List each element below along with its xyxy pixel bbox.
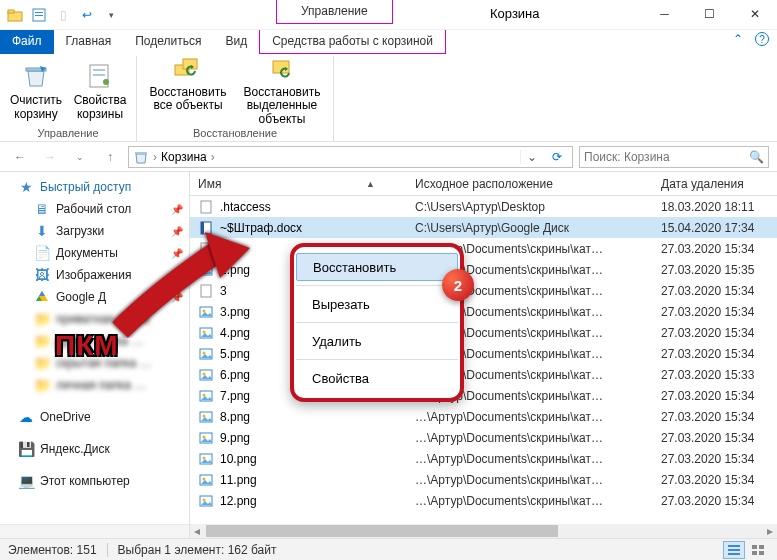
col-location[interactable]: Исходное расположение (415, 177, 655, 191)
file-tab[interactable]: Файл (0, 30, 54, 54)
file-name: 11.png (220, 473, 257, 487)
file-type-icon (198, 451, 214, 467)
file-name: .htaccess (220, 200, 271, 214)
close-button[interactable]: ✕ (732, 0, 777, 28)
address-location[interactable]: Корзина (161, 150, 207, 164)
file-date: 27.03.2020 15:34 (655, 494, 777, 508)
address-history-dropdown[interactable]: ⌄ (520, 150, 542, 164)
maximize-button[interactable]: ☐ (687, 0, 732, 28)
pin-icon: 📌 (171, 292, 183, 303)
svg-rect-4 (35, 15, 43, 16)
col-deleted[interactable]: Дата удаления (655, 177, 777, 191)
recent-dropdown[interactable]: ⌄ (68, 145, 92, 169)
file-type-icon (198, 388, 214, 404)
nav-desktop[interactable]: 🖥Рабочий стол📌 (0, 198, 189, 220)
file-location: C:\Users\Артур\Desktop (415, 200, 655, 214)
restore-selected-button[interactable]: Восстановить выделенные объекты (237, 52, 327, 127)
col-name[interactable]: Имя (198, 177, 221, 191)
minimize-button[interactable]: ─ (642, 0, 687, 28)
file-row[interactable]: 11.png…\Артур\Documents\скрины\кат…27.03… (190, 469, 777, 490)
nav-gdrive[interactable]: Google Д📌 (0, 286, 189, 308)
bin-properties-button[interactable]: Свойства корзины (70, 60, 130, 122)
nav-blurred-item[interactable]: 📁приватная папка (0, 308, 189, 330)
address-sep: › (153, 150, 157, 164)
address-bar[interactable]: › Корзина › ⌄ ⟳ (128, 146, 573, 168)
nav-blurred-item[interactable]: 📁личная папка … (0, 374, 189, 396)
quick-access[interactable]: ★Быстрый доступ (0, 176, 189, 198)
file-row[interactable]: 7.png…\Артур\Documents\скрины\кат…27.03.… (190, 385, 777, 406)
svg-rect-45 (728, 545, 740, 547)
annotation-pkm-label: ПКМ (55, 330, 119, 362)
file-row[interactable]: 9.png…\Артур\Documents\скрины\кат…27.03.… (190, 427, 777, 448)
svg-rect-46 (728, 549, 740, 551)
horizontal-scrollbar[interactable]: ◂ ▸ (190, 524, 777, 538)
scrollbar-thumb[interactable] (206, 525, 558, 537)
back-button[interactable]: ← (8, 145, 32, 169)
ctx-restore[interactable]: Восстановить (296, 253, 458, 281)
file-row[interactable]: 3…\Артур\Documents\скрины\кат…27.03.2020… (190, 280, 777, 301)
gdrive-icon (34, 289, 50, 305)
qat-properties-icon[interactable] (28, 4, 50, 26)
ctx-delete[interactable]: Удалить (294, 327, 460, 355)
nav-onedrive[interactable]: ☁OneDrive (0, 406, 189, 428)
search-icon: 🔍 (749, 150, 764, 164)
nav-thispc[interactable]: 💻Этот компьютер (0, 470, 189, 492)
file-row[interactable]: 6.png…\Артур\Documents\скрины\кат…27.03.… (190, 364, 777, 385)
details-view-button[interactable] (723, 541, 745, 559)
refresh-button[interactable]: ⟳ (546, 150, 568, 164)
qat-dropdown-icon[interactable]: ▾ (100, 4, 122, 26)
file-date: 27.03.2020 15:34 (655, 242, 777, 256)
home-tab[interactable]: Главная (54, 30, 124, 54)
svg-rect-23 (201, 285, 211, 297)
search-input[interactable]: Поиск: Корзина 🔍 (579, 146, 769, 168)
svg-rect-1 (8, 10, 14, 13)
sort-indicator-icon: ▲ (366, 179, 375, 189)
svg-point-41 (203, 477, 206, 480)
qat-separator-icon: ▯ (52, 4, 74, 26)
nav-pictures[interactable]: 🖼Изображения📌 (0, 264, 189, 286)
file-row[interactable]: .htaccessC:\Users\Артур\Desktop18.03.202… (190, 196, 777, 217)
restore-all-button[interactable]: Восстановить все объекты (143, 52, 233, 114)
file-row[interactable]: 8.png…\Артур\Documents\скрины\кат…27.03.… (190, 406, 777, 427)
yandex-icon: 💾 (18, 441, 34, 457)
file-row[interactable]: 2.png…\Артур\Documents\скрины\кат…27.03.… (190, 259, 777, 280)
ribbon-collapse-icon[interactable]: ⌃ (733, 32, 743, 46)
empty-bin-button[interactable]: Очистить корзину (6, 60, 66, 122)
file-row[interactable]: 12.png…\Артур\Documents\скрины\кат…27.03… (190, 490, 777, 511)
restore-selected-label: Восстановить выделенные объекты (237, 86, 327, 127)
svg-point-22 (203, 267, 206, 270)
file-location: …\Артур\Documents\скрины\кат… (415, 452, 655, 466)
ctx-cut[interactable]: Вырезать (294, 290, 460, 318)
file-row[interactable]: 2…\Артур\Documents\скрины\кат…27.03.2020… (190, 238, 777, 259)
help-icon[interactable]: ? (755, 32, 769, 46)
file-type-icon (198, 346, 214, 362)
file-row[interactable]: 4.png…\Артур\Documents\скрины\кат…27.03.… (190, 322, 777, 343)
ctx-properties[interactable]: Свойства (294, 364, 460, 392)
icons-view-button[interactable] (747, 541, 769, 559)
svg-point-33 (203, 393, 206, 396)
recycle-bin-icon (133, 149, 149, 165)
svg-rect-13 (135, 152, 147, 154)
file-row[interactable]: 5.png…\Артур\Documents\скрины\кат…27.03.… (190, 343, 777, 364)
nav-downloads[interactable]: ⬇Загрузки📌 (0, 220, 189, 242)
nav-documents[interactable]: 📄Документы📌 (0, 242, 189, 264)
nav-scrollbar[interactable] (0, 524, 189, 538)
svg-rect-17 (201, 201, 211, 213)
nav-yandex[interactable]: 💾Яндекс.Диск (0, 438, 189, 460)
file-row[interactable]: ~$Штраф.docxC:\Users\Артур\Google Диск15… (190, 217, 777, 238)
file-location: …\Артур\Documents\скрины\кат… (415, 410, 655, 424)
pin-icon: 📌 (171, 270, 183, 281)
ctx-separator (296, 359, 458, 360)
file-row[interactable]: 10.png…\Артур\Documents\скрины\кат…27.03… (190, 448, 777, 469)
star-icon: ★ (18, 179, 34, 195)
file-date: 27.03.2020 15:34 (655, 410, 777, 424)
documents-icon: 📄 (34, 245, 50, 261)
file-type-icon (198, 241, 214, 257)
qat-undo-icon[interactable]: ↩ (76, 4, 98, 26)
folder-icon (4, 4, 26, 26)
folder-icon: 📁 (34, 311, 50, 327)
forward-button[interactable]: → (38, 145, 62, 169)
file-row[interactable]: 3.png…\Артур\Documents\скрины\кат…27.03.… (190, 301, 777, 322)
column-headers[interactable]: Имя▲ Исходное расположение Дата удаления (190, 172, 777, 196)
up-button[interactable]: ↑ (98, 145, 122, 169)
